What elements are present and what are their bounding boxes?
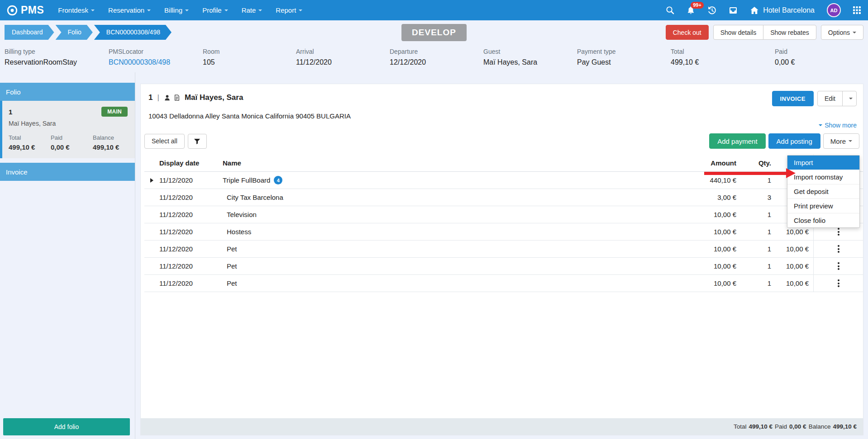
edit-dropdown-toggle[interactable] <box>842 91 856 106</box>
folio-card[interactable]: 1 MAIN Maï Hayes, Sara Total499,10 €Paid… <box>0 101 135 158</box>
document-icon[interactable] <box>174 94 180 101</box>
history-icon[interactable] <box>707 6 716 15</box>
dropdown-item-print-preview[interactable]: Print preview <box>787 198 859 213</box>
chevron-down-icon <box>299 9 302 11</box>
guest-person-icon[interactable] <box>164 94 171 101</box>
notification-badge: 99+ <box>691 2 704 9</box>
row-kebab-menu-icon[interactable] <box>835 277 842 290</box>
reservation-info-bar: Billing typeReservationRoomStayPMSLocato… <box>0 44 868 72</box>
info-field-value: 11/12/2020 <box>296 58 390 66</box>
dropdown-item-close-folio[interactable]: Close folio <box>787 213 859 227</box>
folio-detail-card: 1 | Maï Hayes, Sara INVOICE <box>140 84 863 435</box>
breadcrumb-item-1[interactable]: Dashboard <box>5 25 54 40</box>
folio-card-balance: Balance499,10 € <box>93 134 135 151</box>
hotel-name: Hotel Barcelona <box>763 6 815 14</box>
breadcrumb-item-2[interactable]: Folio <box>56 25 93 40</box>
dropdown-item-import-roomstay[interactable]: Import roomstay <box>787 170 859 184</box>
hotel-selector[interactable]: Hotel Barcelona <box>750 6 815 15</box>
home-icon <box>750 6 759 15</box>
apps-grid-icon[interactable] <box>853 6 861 14</box>
row-kebab-menu-icon[interactable] <box>835 242 842 255</box>
row-display-date: 11/12/2020 <box>159 279 223 287</box>
folio-section-header: Folio <box>0 83 135 101</box>
edit-button[interactable]: Edit <box>818 91 842 106</box>
menu-item-profile[interactable]: Profile <box>196 0 235 20</box>
info-total-value: 499,10 € <box>671 58 775 66</box>
develop-environment-badge: DEVELOP <box>401 24 467 41</box>
menu-item-rate[interactable]: Rate <box>235 0 269 20</box>
menu-item-billing[interactable]: Billing <box>157 0 196 20</box>
folio-card-total-label: Paid <box>51 134 93 141</box>
show-details-button[interactable]: Show details <box>713 25 763 40</box>
info-field-arrival: Arrival11/12/2020 <box>296 48 390 66</box>
table-row[interactable]: 11/12/2020Pet10,00 €110,00 € <box>144 241 863 258</box>
notifications-bell-icon[interactable]: 99+ <box>687 6 695 14</box>
table-row[interactable]: 11/12/2020City Tax Barcelona3,00 €3 <box>144 189 863 206</box>
folio-guest-name: Maï Hayes, Sara <box>9 120 135 127</box>
info-field-value: Maï Hayes, Sara <box>483 58 577 66</box>
column-amount: Amount <box>677 159 736 167</box>
menu-item-frontdesk[interactable]: Frontdesk <box>51 0 101 20</box>
row-amount: 10,00 € <box>677 228 736 236</box>
menu-item-reservation[interactable]: Reservation <box>101 0 157 20</box>
filter-button[interactable] <box>188 134 207 149</box>
dropdown-item-import[interactable]: Import <box>787 156 859 170</box>
add-folio-button[interactable]: Add folio <box>3 418 130 435</box>
row-name: Triple FullBoard4 <box>223 176 677 184</box>
row-qty: 1 <box>736 262 771 270</box>
row-display-date: 11/12/2020 <box>159 262 223 270</box>
search-icon[interactable] <box>666 6 674 14</box>
row-actions-cell <box>813 275 863 292</box>
info-field-label: Room <box>203 48 296 55</box>
row-qty: 1 <box>736 245 771 253</box>
info-field-value: 12/12/2020 <box>390 58 483 66</box>
row-actions-cell <box>813 241 863 257</box>
add-payment-button[interactable]: Add payment <box>709 133 765 149</box>
chevron-down-icon <box>185 9 189 11</box>
expand-row-icon[interactable] <box>150 178 153 183</box>
row-name: Hostess <box>223 228 677 236</box>
inbox-icon[interactable] <box>729 6 738 15</box>
add-posting-button[interactable]: Add posting <box>768 133 820 149</box>
table-row[interactable]: 11/12/2020Pet10,00 €110,00 € <box>144 258 863 275</box>
invoice-button[interactable]: INVOICE <box>772 91 814 106</box>
table-row[interactable]: 11/12/2020Hostess10,00 €110,00 € <box>144 223 863 241</box>
row-name: Pet <box>223 245 677 253</box>
info-field-label: Departure <box>390 48 483 55</box>
row-display-date: 11/12/2020 <box>159 194 223 201</box>
menu-item-report[interactable]: Report <box>269 0 309 20</box>
select-all-button[interactable]: Select all <box>144 134 185 149</box>
show-more-link[interactable]: Show more <box>148 122 857 129</box>
info-field-label: Guest <box>483 48 577 55</box>
row-name-text: Pet <box>227 262 237 270</box>
show-rebates-button[interactable]: Show rebates <box>763 25 816 40</box>
folio-card-total-label: Balance <box>93 134 135 141</box>
row-amount: 440,10 € <box>677 176 736 184</box>
row-actions-cell <box>813 258 863 274</box>
user-avatar[interactable]: AD <box>827 3 841 17</box>
row-name-text: Pet <box>227 279 237 287</box>
table-row[interactable]: 11/12/2020Television10,00 €1 <box>144 206 863 223</box>
pms-logo[interactable]: PMS <box>6 4 44 16</box>
row-kebab-menu-icon[interactable] <box>835 260 842 273</box>
row-amount: 10,00 € <box>677 211 736 218</box>
info-field-room: Room105 <box>203 48 296 66</box>
info-field-label: Arrival <box>296 48 390 55</box>
row-amount: 3,00 € <box>677 194 736 201</box>
chevron-down-icon <box>853 32 856 33</box>
row-name: City Tax Barcelona <box>223 194 677 201</box>
info-field-value: ReservationRoomStay <box>5 58 109 66</box>
check-out-button[interactable]: Check out <box>666 25 709 40</box>
more-button[interactable]: More <box>823 133 859 149</box>
row-total: 10,00 € <box>771 262 813 270</box>
dropdown-item-get-deposit[interactable]: Get deposit <box>787 184 859 198</box>
info-field-value[interactable]: BCN00000308/498 <box>109 58 203 66</box>
table-row[interactable]: 11/12/2020Triple FullBoard4440,10 €1 <box>144 172 863 189</box>
breadcrumb-item-3[interactable]: BCN00000308/498 <box>94 25 172 40</box>
table-row[interactable]: 11/12/2020Pet10,00 €110,00 € <box>144 275 863 292</box>
column-display-date: Display date <box>159 159 223 167</box>
info-field-pmslocator: PMSLocatorBCN00000308/498 <box>109 48 203 66</box>
options-button[interactable]: Options <box>821 25 863 40</box>
separator: | <box>157 93 159 102</box>
column-qty: Qty. <box>736 159 771 167</box>
